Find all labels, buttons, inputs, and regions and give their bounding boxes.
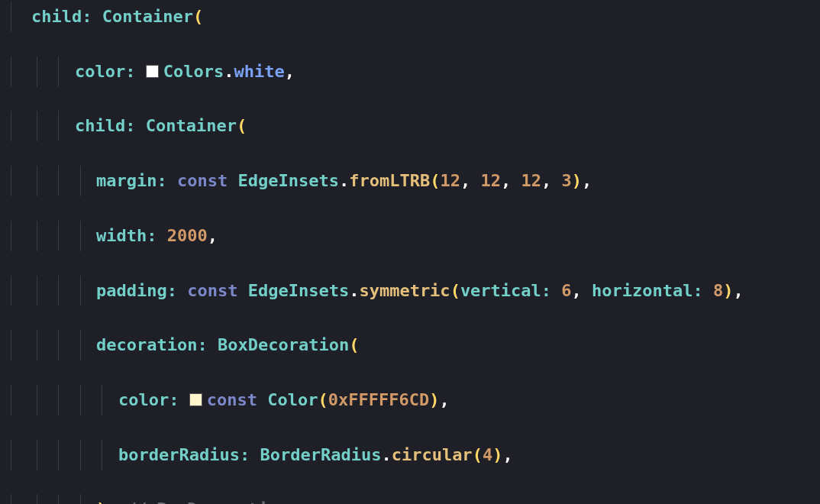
method-name: fromLTRB (349, 171, 430, 190)
property-name: width (96, 226, 147, 245)
keyword: const (187, 281, 237, 300)
class-name: BoxDecoration (218, 335, 349, 354)
comment: // BoxDecoration (127, 499, 289, 504)
class-name: Container (146, 116, 237, 135)
property-name: padding (96, 281, 167, 300)
color-swatch-white (146, 65, 159, 78)
class-name: Colors (163, 62, 224, 81)
code-line: padding: const EdgeInsets.symmetric(vert… (0, 277, 820, 305)
number-literal: 2000 (167, 226, 208, 245)
method-name: symmetric (359, 281, 450, 300)
method-name: circular (392, 445, 473, 464)
number-literal: 0xFFFFF6CD (328, 390, 429, 409)
keyword: const (177, 171, 228, 190)
property-name: color (118, 390, 169, 409)
code-line: margin: const EdgeInsets.fromLTRB(12, 12… (0, 167, 820, 195)
class-name: Color (267, 390, 318, 409)
code-editor[interactable]: child: Container( color: Colors.white, c… (0, 0, 820, 504)
number-literal: 12 (521, 171, 541, 190)
code-line: child: Container( (0, 112, 820, 140)
named-param: horizontal (592, 281, 692, 300)
property-name: margin (96, 171, 157, 190)
property-name: color (75, 62, 125, 81)
class-name: Container (102, 7, 193, 26)
code-line: borderRadius: BorderRadius.circular(4), (0, 441, 820, 469)
class-name: EdgeInsets (237, 171, 338, 190)
code-line: decoration: BoxDecoration( (0, 331, 820, 359)
class-name: BorderRadius (260, 445, 381, 464)
code-line: width: 2000, (0, 222, 820, 250)
number-literal: 3 (561, 171, 571, 190)
property-value: white (234, 62, 284, 81)
class-name: EdgeInsets (248, 281, 349, 300)
number-literal: 12 (440, 171, 460, 190)
number-literal: 8 (713, 281, 723, 300)
named-param: vertical (460, 281, 541, 300)
keyword: const (207, 390, 257, 409)
property-name: child (31, 7, 82, 26)
color-swatch-cream (189, 393, 202, 406)
property-name: child (75, 116, 125, 135)
property-name: decoration (96, 335, 197, 354)
code-line: ), // BoxDecoration (0, 496, 820, 504)
number-literal: 12 (480, 171, 501, 190)
code-line: color: const Color(0xFFFFF6CD), (0, 386, 820, 414)
number-literal: 6 (561, 281, 571, 300)
property-name: borderRadius (118, 445, 240, 464)
code-line: child: Container( (0, 3, 820, 31)
code-line: color: Colors.white, (0, 58, 820, 86)
number-literal: 4 (483, 445, 492, 464)
